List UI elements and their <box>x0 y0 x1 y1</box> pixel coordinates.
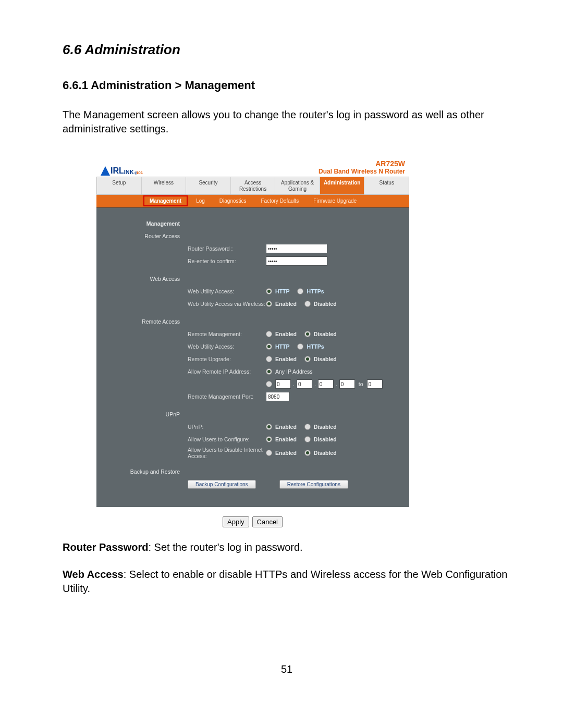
ip-octet-3[interactable] <box>318 379 334 389</box>
cancel-button[interactable]: Cancel <box>252 516 283 527</box>
tab-access-restrictions[interactable]: Access Restrictions <box>231 177 276 194</box>
radio-dis-enabled[interactable] <box>266 450 272 456</box>
router-header: IRLINK® 101 AR725W Dual Band Wireless N … <box>96 157 409 177</box>
section-management: Management <box>104 220 188 227</box>
radio-ru-disabled[interactable] <box>304 356 311 362</box>
ip-dot: . <box>314 381 316 387</box>
label-upnp: UPnP: <box>188 424 266 430</box>
confirm-password-input[interactable] <box>266 256 327 266</box>
option-https: HTTPs <box>307 288 324 294</box>
subtab-log[interactable]: Log <box>190 195 211 206</box>
option-disabled: Disabled <box>314 424 337 430</box>
option-enabled: Enabled <box>275 356 297 362</box>
label-allow-users-disable-internet: Allow Users to Disable Internet Access: <box>188 447 266 459</box>
ip-dot: . <box>293 381 295 387</box>
desc-router-password: Router Password: Set the router's log in… <box>63 540 511 554</box>
radio-remote-http[interactable] <box>266 343 272 350</box>
label-allow-users-configure: Allow Users to Configure: <box>188 436 266 442</box>
subsection-heading: 6.6.1 Administration > Management <box>63 79 511 92</box>
label-router-password: Router Password : <box>188 245 266 252</box>
section-upnp: UPnP <box>104 411 188 417</box>
radio-https[interactable] <box>297 288 303 294</box>
radio-ru-enabled[interactable] <box>266 356 272 362</box>
page-number: 51 <box>63 663 511 675</box>
option-disabled: Disabled <box>314 301 337 307</box>
logo-triangle-icon <box>101 166 110 176</box>
label-allow-remote-ip: Allow Remote IP Address: <box>188 368 266 375</box>
desc-router-password-label: Router Password <box>63 541 148 553</box>
label-remote-web-utility: Web Utility Access: <box>188 343 266 350</box>
restore-configurations-button[interactable]: Restore Configurations <box>279 480 348 489</box>
tab-setup[interactable]: Setup <box>97 177 142 194</box>
sub-tab-bar: Management Log Diagnostics Factory Defau… <box>96 195 409 207</box>
remote-mgmt-port-input[interactable] <box>266 392 290 401</box>
router-password-input[interactable] <box>266 244 327 253</box>
radio-any-ip[interactable] <box>266 368 272 375</box>
option-disabled: Disabled <box>314 436 337 442</box>
model-block: AR725W Dual Band Wireless N Router <box>319 159 405 175</box>
option-disabled: Disabled <box>314 331 337 337</box>
brand-logo: IRLINK® 101 <box>101 166 143 175</box>
section-web-access: Web Access <box>104 276 188 282</box>
tab-wireless[interactable]: Wireless <box>142 177 187 194</box>
ip-dot: . <box>336 381 337 387</box>
subtab-firmware-upgrade[interactable]: Firmware Upgrade <box>307 195 363 206</box>
radio-wireless-disabled[interactable] <box>304 301 311 307</box>
label-web-utility-via-wireless: Web Utility Access via Wireless: <box>188 301 266 307</box>
tab-status[interactable]: Status <box>364 177 409 194</box>
section-remote-access: Remote Access <box>104 318 188 325</box>
radio-upnp-enabled[interactable] <box>266 424 272 430</box>
footer-buttons: Apply Cancel <box>96 507 409 527</box>
radio-rm-disabled[interactable] <box>304 331 311 337</box>
radio-remote-https[interactable] <box>297 343 303 350</box>
radio-wireless-enabled[interactable] <box>266 301 272 307</box>
tab-administration[interactable]: Administration <box>320 177 365 194</box>
apply-button[interactable]: Apply <box>223 516 249 527</box>
model-tagline: Dual Band Wireless N Router <box>319 168 405 175</box>
logo-text-prefix: IRL <box>111 167 124 175</box>
radio-cfg-disabled[interactable] <box>304 436 311 442</box>
radio-upnp-disabled[interactable] <box>304 424 311 430</box>
subtab-management[interactable]: Management <box>143 195 188 206</box>
router-screenshot: IRLINK® 101 AR725W Dual Band Wireless N … <box>96 157 409 527</box>
option-http: HTTP <box>275 288 289 294</box>
section-router-access: Router Access <box>104 233 188 239</box>
backup-configurations-button[interactable]: Backup Configurations <box>188 480 256 489</box>
radio-specific-ip[interactable] <box>266 381 272 387</box>
settings-panel: Management Router Access Router Password… <box>96 207 409 507</box>
desc-web-access: Web Access: Select to enable or disable … <box>63 567 511 596</box>
ip-octet-2[interactable] <box>297 379 312 389</box>
radio-cfg-enabled[interactable] <box>266 436 272 442</box>
section-heading: 6.6 Administration <box>63 42 511 58</box>
desc-web-access-text: : Select to enable or disable HTTPs and … <box>63 569 507 594</box>
option-disabled: Disabled <box>314 450 337 456</box>
option-http: HTTP <box>275 343 289 350</box>
label-remote-mgmt-port: Remote Management Port: <box>188 393 266 400</box>
subtab-factory-defaults[interactable]: Factory Defaults <box>255 195 305 206</box>
tab-applications-gaming[interactable]: Applications & Gaming <box>275 177 320 194</box>
ip-octet-end[interactable] <box>367 379 383 389</box>
option-enabled: Enabled <box>275 424 297 430</box>
label-remote-upgrade: Remote Upgrade: <box>188 356 266 362</box>
logo-text-mid: INK <box>124 169 134 175</box>
model-number: AR725W <box>319 159 405 168</box>
ip-octet-4[interactable] <box>339 379 355 389</box>
subtab-diagnostics[interactable]: Diagnostics <box>213 195 253 206</box>
ip-octet-1[interactable] <box>275 379 291 389</box>
radio-dis-disabled[interactable] <box>304 450 311 456</box>
intro-paragraph: The Management screen allows you to chan… <box>63 108 511 136</box>
main-tab-bar: Setup Wireless Security Access Restricti… <box>96 177 409 195</box>
label-reenter: Re-enter to confirm: <box>188 258 266 264</box>
desc-web-access-label: Web Access <box>63 569 124 580</box>
option-enabled: Enabled <box>275 450 297 456</box>
option-enabled: Enabled <box>275 331 297 337</box>
option-https: HTTPs <box>307 343 324 350</box>
ip-to-label: to <box>359 381 363 387</box>
option-any-ip: Any IP Address <box>275 368 313 375</box>
section-backup-restore: Backup and Restore <box>104 468 188 475</box>
option-enabled: Enabled <box>275 301 297 307</box>
radio-http[interactable] <box>266 288 272 294</box>
tab-security[interactable]: Security <box>186 177 231 194</box>
logo-101: 101 <box>136 171 143 175</box>
radio-rm-enabled[interactable] <box>266 331 272 337</box>
